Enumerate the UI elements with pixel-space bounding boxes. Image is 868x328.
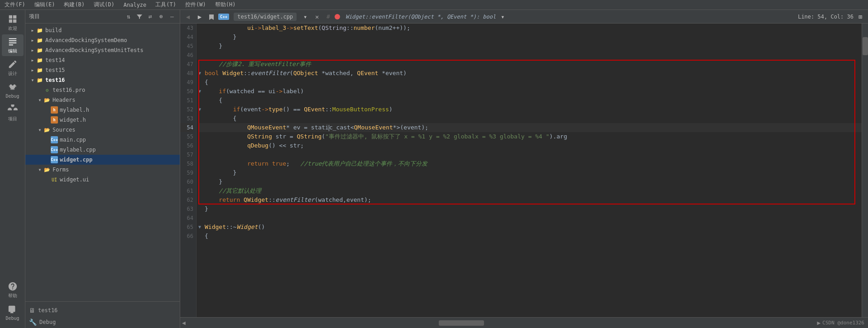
code-line-54: QMouseEvent* ev = static_cast<QMouseEven… [198,123,862,132]
debug-mode-label: Debug [39,319,56,325]
tree-item-headers[interactable]: ▼ 📂 Headers [25,95,180,105]
tree-item-widget-h[interactable]: ▶ h widget.h [25,115,180,125]
help-label: 帮助 [8,293,17,299]
debug-icon [8,82,18,92]
sidebar-item-design[interactable]: 设计 [2,57,24,79]
sidebar-item-project[interactable]: 项目 [2,102,24,124]
add-subproject-icon[interactable]: ⊕ [157,13,165,21]
file-breadcrumb[interactable]: test16/widget.cpp [234,13,297,21]
tree-item-widget-cpp[interactable]: ▶ C++ widget.cpp [25,155,180,165]
bottom-scrollbar[interactable] [189,320,814,326]
tree-label-forms: Forms [53,166,69,173]
tree-item-advanced-unit[interactable]: ▶ 📁 AdvancedDockingSystemUnitTests [25,45,180,55]
horizontal-scroll-thumb[interactable] [439,320,484,326]
fold-50[interactable]: ▼ [198,87,205,96]
monitor-icon-small: 🖥 [29,307,35,314]
tree-item-main-cpp[interactable]: ▶ C++ main.cpp [25,135,180,145]
h-icon-mylabel: h [51,106,58,114]
menu-file[interactable]: 文件(F) [3,1,27,9]
edit-icon [8,37,18,47]
line-num-61: 61 [180,186,193,195]
breadcrumb-dropdown-button[interactable]: ▾ [300,12,310,22]
tree-item-advanced-demo[interactable]: ▶ 📁 AdvancedDockingSystemDemo [25,35,180,45]
menu-controls[interactable]: 控件(W) [183,1,208,9]
code-content[interactable]: ui->label_3->setText(QString::number(num… [197,24,862,317]
line-num-65: 65 [180,223,193,232]
sidebar-item-debug[interactable]: Debug [2,80,24,101]
project-name-row[interactable]: 🖥 test16 [25,304,180,316]
nav-forward-button[interactable]: ▶ [195,12,205,22]
folder-icon-test15: 📁 [36,67,43,74]
tree-arrow-sources[interactable]: ▼ [36,126,43,133]
minimize-panel-icon[interactable]: — [168,13,176,21]
tree-arrow-test15[interactable]: ▶ [29,67,36,74]
tree-item-build[interactable]: ▶ 📁 build [25,25,180,35]
code-line-49: { [198,78,862,87]
tree-item-test16[interactable]: ▼ 📁 test16 [25,75,180,85]
sidebar-item-edit[interactable]: 编辑 [2,34,24,56]
tree-arrow-test14[interactable]: ▶ [29,57,36,64]
scroll-left-button[interactable]: ◀ [180,319,187,326]
menu-analyze[interactable]: Analyze [122,2,149,8]
fold-48[interactable]: ▼ [198,69,205,78]
vertical-scroll-thumb[interactable] [863,37,868,55]
line-num-62: 62 [180,195,193,204]
tree-label-advanced-unit: AdvancedDockingSystemUnitTests [45,47,144,53]
svg-rect-2 [9,19,12,22]
wrench-icon: 🔧 [29,318,37,326]
split-editor-button[interactable]: ⊞ [855,12,865,22]
right-scrollbar[interactable] [862,24,868,317]
debug-mode-row[interactable]: 🔧 Debug [25,316,180,328]
function-dropdown-button[interactable]: ▾ [498,12,508,22]
sidebar-item-welcome[interactable]: 欢迎 [2,12,24,33]
line-num-66: 66 [180,232,193,241]
nav-back-button[interactable]: ◀ [183,12,193,22]
sidebar-item-help[interactable]: 帮助 [2,279,24,301]
tree-label-test16pro: test16.pro [53,87,85,93]
tree-arrow-forms[interactable]: ▼ [36,166,43,173]
close-file-button[interactable]: ✕ [312,12,322,22]
menu-help[interactable]: 帮助(H) [213,1,238,9]
tree-item-widget-ui[interactable]: ▶ UI widget.ui [25,175,180,185]
tree-item-forms[interactable]: ▼ 📂 Forms [25,165,180,175]
tree-arrow-advanced-unit[interactable]: ▶ [29,47,36,54]
menu-tools[interactable]: 工具(T) [153,1,178,9]
welcome-label: 欢迎 [8,25,17,32]
sort-icon[interactable]: ⇅ [125,13,133,21]
line-num-44: 44 [180,33,193,42]
tree-arrow-build[interactable]: ▶ [29,27,36,34]
tree-label-advanced-demo: AdvancedDockingSystemDemo [45,37,127,43]
sidebar-item-debug2[interactable]: Debug [2,302,24,323]
editor-topbar: ◀ ▶ C++ test16/widget.cpp ▾ ✕ # Widget::… [180,10,868,24]
tree-label-mylabel-cpp: mylabel.cpp [60,147,96,153]
cpp-icon-main: C++ [51,136,58,143]
tree-item-test15[interactable]: ▶ 📁 test15 [25,65,180,75]
menu-build[interactable]: 构建(B) [62,1,86,9]
tree-item-sources[interactable]: ▼ 📂 Sources [25,125,180,135]
svg-rect-0 [9,15,12,18]
menu-debug[interactable]: 调试(D) [92,1,116,9]
tree-item-mylabel-cpp[interactable]: ▶ C++ mylabel.cpp [25,145,180,155]
scroll-right-button[interactable]: ▶ [815,319,822,326]
tree-item-test14[interactable]: ▶ 📁 test14 [25,55,180,65]
line-num-43: 43 [180,24,193,33]
tree-label-test15: test15 [45,67,65,73]
tree-arrow-test16[interactable]: ▼ [29,76,36,84]
bookmark-button[interactable] [206,12,216,22]
tree-item-test16pro[interactable]: ▶ ⚙ test16.pro [25,85,180,95]
bottom-watermark: CSDN @done1326 [822,320,868,326]
filter-icon[interactable] [135,13,144,21]
svg-rect-5 [9,40,16,41]
line-num-45: 45 [180,42,193,51]
tree-arrow-advanced-demo[interactable]: ▶ [29,37,36,44]
fold-65[interactable]: ▼ [198,223,205,232]
tree-label-test16: test16 [45,77,65,83]
link-icon[interactable]: ⇄ [146,13,154,21]
tree-item-mylabel-h[interactable]: ▶ h mylabel.h [25,105,180,115]
menu-edit[interactable]: 编辑(E) [33,1,57,9]
line-num-63: 63 [180,204,193,214]
line-num-60: 60 [180,177,193,186]
fold-52[interactable]: ▼ [198,105,205,114]
line-num-49: 49 [180,78,193,87]
tree-arrow-headers[interactable]: ▼ [36,96,43,104]
